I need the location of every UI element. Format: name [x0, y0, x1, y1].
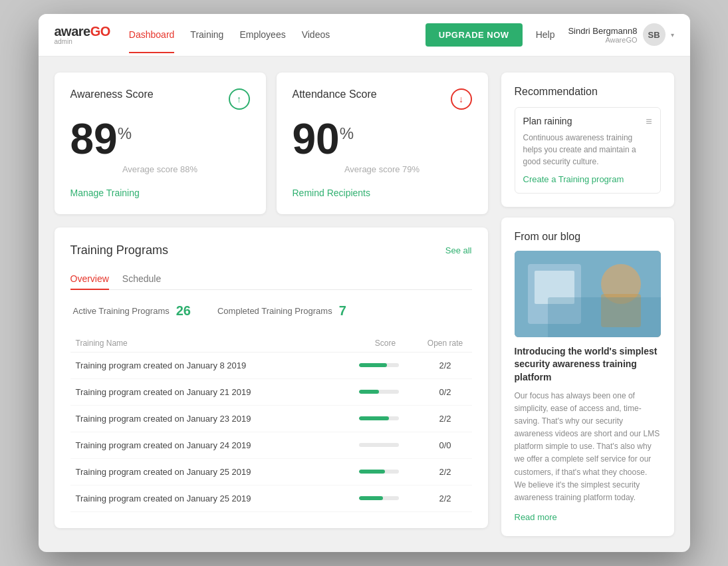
row-open-rate: 2/2 [419, 485, 472, 511]
nav-videos[interactable]: Videos [302, 16, 330, 53]
navigation: awareGO admin Dashboard Training Employe… [39, 14, 690, 57]
svg-rect-5 [548, 297, 661, 337]
list-icon: ≡ [646, 116, 652, 128]
table-row[interactable]: Training program created on January 24 2… [70, 432, 472, 458]
active-count: 26 [176, 303, 191, 319]
table-row[interactable]: Training program created on January 25 2… [70, 485, 472, 511]
attendance-header: Attendance Score ↓ [293, 88, 472, 110]
user-name: Sindri Bergmann8 [568, 26, 637, 36]
trend-down-icon: ↓ [451, 88, 472, 110]
awareness-avg: Average score 88% [70, 164, 250, 174]
nav-right: UPGRADE NOW Help Sindri Bergmann8 AwareG… [425, 23, 674, 47]
training-tabs: Overview Schedule [70, 268, 472, 290]
training-table: Training Name Score Open rate Training p… [70, 335, 472, 512]
rec-item-desc: Continuous awareness training helps you … [523, 132, 652, 168]
user-menu[interactable]: Sindri Bergmann8 AwareGO SB ▾ [568, 23, 673, 46]
right-column: Recommendation Plan raining ≡ Continuous… [501, 72, 674, 536]
blog-image-svg [515, 251, 661, 337]
score-cards: Awareness Score ↑ 89% Average score 88% … [55, 72, 488, 214]
row-score [352, 458, 419, 485]
completed-label: Completed Training Programs [217, 306, 332, 316]
row-score [352, 352, 419, 378]
awareness-card: Awareness Score ↑ 89% Average score 88% … [55, 72, 266, 214]
col-name: Training Name [70, 335, 352, 353]
attendance-score: 90% [293, 118, 472, 160]
awareness-title: Awareness Score [70, 88, 154, 100]
rec-item-title: Plan raining [523, 116, 572, 126]
row-open-rate: 2/2 [419, 405, 472, 432]
avatar: SB [643, 23, 666, 46]
rec-item-header: Plan raining ≡ [523, 116, 652, 128]
training-header: Training Programs See all [70, 243, 472, 257]
row-name: Training program created on January 24 2… [70, 432, 352, 458]
logo-sub: admin [55, 38, 110, 45]
awareness-score: 89% [70, 118, 250, 160]
blog-card: From our blog Introducing the world's si… [501, 217, 674, 536]
trend-up-icon: ↑ [229, 88, 250, 110]
read-more-link[interactable]: Read more [515, 512, 557, 522]
row-score [352, 405, 419, 432]
tab-overview[interactable]: Overview [70, 268, 109, 289]
tab-schedule[interactable]: Schedule [122, 268, 161, 289]
remind-recipients-link[interactable]: Remind Recipients [293, 188, 472, 198]
row-name: Training program created on January 25 2… [70, 485, 352, 511]
blog-image [515, 251, 661, 337]
row-name: Training program created on January 21 2… [70, 378, 352, 405]
see-all-link[interactable]: See all [445, 245, 472, 255]
table-row[interactable]: Training program created on January 25 2… [70, 458, 472, 485]
nav-links: Dashboard Training Employees Videos [129, 16, 425, 53]
logo-text: awareGO [55, 24, 110, 39]
row-open-rate: 0/2 [419, 378, 472, 405]
table-row[interactable]: Training program created on January 21 2… [70, 378, 472, 405]
training-stats: Active Training Programs 26 Completed Tr… [70, 303, 472, 319]
left-column: Awareness Score ↑ 89% Average score 88% … [55, 72, 488, 536]
row-open-rate: 2/2 [419, 352, 472, 378]
active-programs-stat: Active Training Programs 26 [73, 303, 191, 319]
awareness-header: Awareness Score ↑ [70, 88, 250, 110]
table-row[interactable]: Training program created on January 23 2… [70, 405, 472, 432]
active-label: Active Training Programs [73, 306, 170, 316]
help-link[interactable]: Help [536, 29, 555, 40]
main-content: Awareness Score ↑ 89% Average score 88% … [39, 57, 690, 552]
logo: awareGO admin [55, 24, 110, 45]
manage-training-link[interactable]: Manage Training [70, 188, 250, 198]
attendance-avg: Average score 79% [293, 164, 472, 174]
recommendation-card: Recommendation Plan raining ≡ Continuous… [501, 72, 674, 207]
attendance-title: Attendance Score [293, 88, 377, 100]
training-programs-card: Training Programs See all Overview Sched… [55, 227, 488, 528]
training-programs-title: Training Programs [70, 243, 168, 257]
rec-title: Recommendation [515, 86, 661, 98]
nav-dashboard[interactable]: Dashboard [129, 16, 175, 53]
blog-title: From our blog [515, 231, 661, 243]
row-score [352, 378, 419, 405]
row-name: Training program created on January 8 20… [70, 352, 352, 378]
nav-employees[interactable]: Employees [239, 16, 285, 53]
row-open-rate: 2/2 [419, 458, 472, 485]
completed-programs-stat: Completed Training Programs 7 [217, 303, 346, 319]
col-openrate: Open rate [419, 335, 472, 353]
table-row[interactable]: Training program created on January 8 20… [70, 352, 472, 378]
blog-post-desc: Our focus has always been one of simplic… [515, 390, 661, 505]
user-text: Sindri Bergmann8 AwareGO [568, 26, 637, 44]
upgrade-button[interactable]: UPGRADE NOW [425, 23, 523, 47]
row-score [352, 432, 419, 458]
chevron-down-icon: ▾ [671, 31, 674, 39]
blog-post-title: Introducing the world's simplest securit… [515, 345, 661, 384]
row-name: Training program created on January 23 2… [70, 405, 352, 432]
col-score: Score [352, 335, 419, 353]
row-open-rate: 0/0 [419, 432, 472, 458]
completed-count: 7 [339, 303, 346, 319]
nav-training[interactable]: Training [190, 16, 223, 53]
row-name: Training program created on January 25 2… [70, 458, 352, 485]
attendance-card: Attendance Score ↓ 90% Average score 79%… [277, 72, 488, 214]
create-training-link[interactable]: Create a Training program [523, 174, 624, 184]
rec-item: Plan raining ≡ Continuous awareness trai… [515, 107, 661, 194]
row-score [352, 485, 419, 511]
user-org: AwareGO [568, 36, 637, 44]
